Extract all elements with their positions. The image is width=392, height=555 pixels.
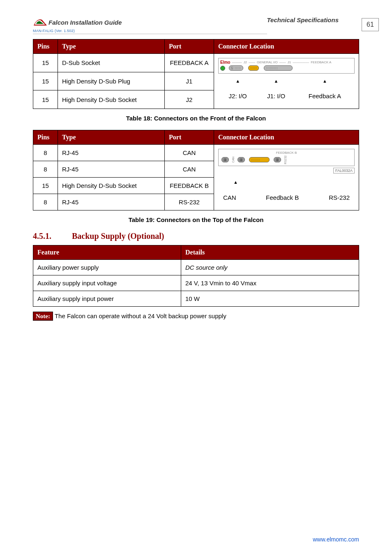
note-text: The Falcon can operate without a 24 Volt… bbox=[55, 312, 226, 319]
rj45-port-icon: ▥ bbox=[221, 157, 229, 162]
connector-front-diagram: Elmo ——— J2 —— GENERAL I/O —— J1 ————— F… bbox=[214, 54, 359, 109]
elmo-logo-icon bbox=[33, 16, 48, 28]
col-type: Type bbox=[58, 130, 165, 145]
cell-details: 10 W bbox=[181, 291, 359, 307]
note-block: Note: The Falcon can operate without a 2… bbox=[33, 312, 359, 320]
cell-port: CAN bbox=[165, 161, 214, 178]
cell-type: RJ-45 bbox=[58, 161, 165, 178]
elmo-brand-text: Elmo bbox=[220, 60, 230, 65]
cell-pins: 15 bbox=[33, 178, 58, 194]
diagram-label-feedback-b: Feedback B bbox=[253, 190, 311, 205]
cell-port: J1 bbox=[165, 72, 214, 90]
cell-port: FEEDBACK B bbox=[165, 178, 214, 194]
note-tag: Note: bbox=[33, 312, 53, 321]
section-heading: 4.5.1. Backup Supply (Optional) bbox=[33, 231, 359, 241]
dsub-port-icon: ::::::::: bbox=[264, 65, 293, 71]
footer-link[interactable]: www.elmomc.com bbox=[313, 536, 359, 543]
strip-label-j1: J1 bbox=[288, 60, 291, 64]
dsub-port-icon: ::::::: bbox=[249, 157, 270, 162]
col-pins: Pins bbox=[33, 130, 58, 145]
connectors-top-table: Pins Type Port Connector Location 8 RJ-4… bbox=[33, 130, 359, 210]
strip-label-general-io: GENERAL I/O bbox=[257, 60, 278, 64]
rj45-port-icon: ▥ bbox=[238, 157, 245, 162]
col-port: Port bbox=[165, 39, 214, 54]
version-line: MAN-FALIG (Ver. 1.502) bbox=[33, 29, 359, 33]
diagram-label-j2io: J2: I/O bbox=[219, 88, 256, 104]
cell-feature: Auxiliary supply input power bbox=[33, 291, 181, 307]
col-connector-location: Connector Location bbox=[214, 39, 359, 54]
col-pins: Pins bbox=[33, 39, 58, 54]
col-connector-location: Connector Location bbox=[214, 130, 359, 145]
cell-port: RS-232 bbox=[165, 194, 214, 210]
col-details: Details bbox=[181, 245, 359, 260]
diagram-label-feedback-a: Feedback A bbox=[296, 88, 354, 104]
diagram-label-rs232: RS-232 bbox=[312, 190, 354, 205]
backup-supply-table: Feature Details Auxiliary power supply D… bbox=[33, 245, 359, 307]
cell-feature: Auxiliary supply input voltage bbox=[33, 275, 181, 291]
arrow-up-icon bbox=[257, 74, 295, 88]
col-feature: Feature bbox=[33, 245, 181, 260]
header-rule bbox=[33, 34, 267, 34]
cell-type: High Density D-Sub Socket bbox=[58, 90, 165, 109]
table-row: Auxiliary power supply DC source only bbox=[33, 260, 359, 275]
strip-label-feedback-b: FEEDBACK B bbox=[220, 151, 353, 155]
cell-port: CAN bbox=[165, 145, 214, 161]
cell-type: RJ-45 bbox=[58, 194, 165, 210]
cell-port: FEEDBACK A bbox=[165, 54, 214, 72]
strip-label-feedback-a: FEEDBACK A bbox=[311, 60, 331, 64]
col-type: Type bbox=[58, 39, 165, 54]
cell-type: D-Sub Socket bbox=[58, 54, 165, 72]
cell-port: J2 bbox=[165, 90, 214, 109]
rs232-vertical-label: RS232 bbox=[284, 155, 287, 164]
doc-title: Falcon Installation Guide bbox=[48, 19, 122, 26]
fal-code-label: FAL0032A bbox=[333, 168, 355, 173]
table-b-caption: Table 19: Connectors on the Top of the F… bbox=[33, 216, 359, 223]
cell-pins: 8 bbox=[33, 161, 58, 178]
connectors-front-table: Pins Type Port Connector Location 15 D-S… bbox=[33, 39, 359, 109]
table-row: 8 RJ-45 CAN FEEDBACK B ▥ CAN ▥ ::::::: ▥… bbox=[33, 145, 359, 161]
col-port: Port bbox=[165, 130, 214, 145]
table-row: Auxiliary supply input power 10 W bbox=[33, 291, 359, 307]
table-row: 15 D-Sub Socket FEEDBACK A Elmo ——— J2 —… bbox=[33, 54, 359, 72]
table-header-row: Pins Type Port Connector Location bbox=[33, 130, 359, 145]
arrow-up-icon bbox=[219, 74, 256, 88]
table-a-caption: Table 18: Connectors on the Front of the… bbox=[33, 115, 359, 122]
page-header: Falcon Installation Guide Technical Spec… bbox=[33, 16, 359, 28]
cell-type: RJ-45 bbox=[58, 145, 165, 161]
cell-feature: Auxiliary power supply bbox=[33, 260, 181, 275]
cell-pins: 15 bbox=[33, 72, 58, 90]
table-header-row: Pins Type Port Connector Location bbox=[33, 39, 359, 54]
page-number-badge: 61 bbox=[362, 18, 379, 31]
cell-pins: 15 bbox=[33, 54, 58, 72]
logo-title-group: Falcon Installation Guide bbox=[33, 16, 122, 28]
dsub-port-icon: ⍂ ::::: bbox=[229, 65, 243, 71]
cell-pins: 8 bbox=[33, 194, 58, 210]
section-title: Backup Supply (Optional) bbox=[72, 231, 164, 240]
led-icon bbox=[220, 66, 225, 71]
dsub-port-icon: ::::: bbox=[248, 65, 259, 71]
connector-top-diagram: FEEDBACK B ▥ CAN ▥ ::::::: ▥ RS232 FAL00… bbox=[214, 145, 359, 210]
cell-type: High Density D-Sub Socket bbox=[58, 178, 165, 194]
diagram-label-can: CAN bbox=[219, 190, 252, 205]
strip-label-j2: J2 bbox=[243, 60, 247, 64]
diagram-label-j1io: J1: I/O bbox=[257, 88, 295, 104]
cell-details: DC source only bbox=[181, 260, 359, 275]
cell-type: High Density D-Sub Plug bbox=[58, 72, 165, 90]
section-number: 4.5.1. bbox=[33, 231, 70, 241]
table-header-row: Feature Details bbox=[33, 245, 359, 260]
spec-title: Technical Specifications bbox=[267, 16, 339, 23]
cell-pins: 15 bbox=[33, 90, 58, 109]
rj45-port-icon: ▥ bbox=[274, 157, 281, 162]
cell-details: 24 V, 13 Vmin to 40 Vmax bbox=[181, 275, 359, 291]
cell-pins: 8 bbox=[33, 145, 58, 161]
can-vertical-label: CAN bbox=[232, 157, 235, 163]
table-row: Auxiliary supply input voltage 24 V, 13 … bbox=[33, 275, 359, 291]
arrow-up-icon bbox=[296, 74, 354, 88]
